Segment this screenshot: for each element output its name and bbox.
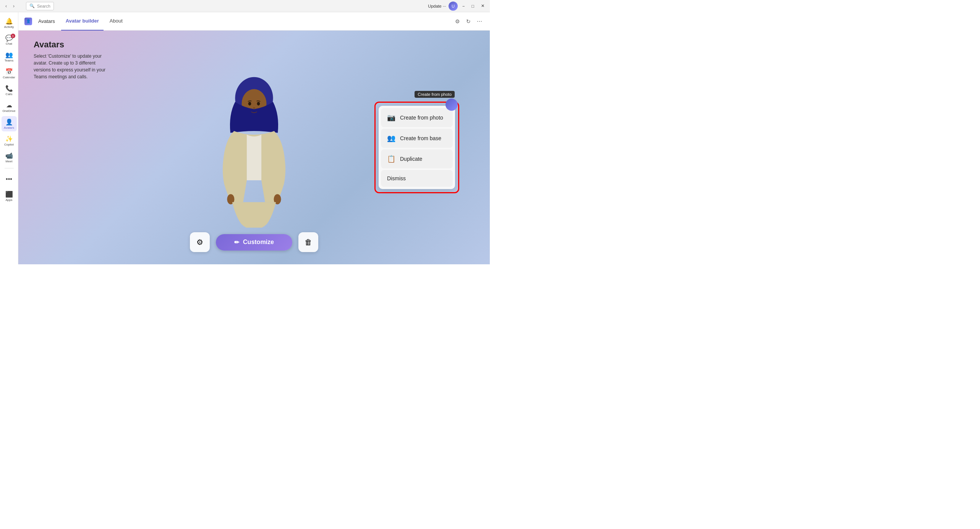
camera-icon: 📷 [387,113,395,122]
page-subtitle: Select 'Customize' to update your avatar… [34,53,110,80]
refresh-icon-btn[interactable]: ↻ [465,17,472,26]
close-button[interactable]: ✕ [479,3,487,9]
base-avatar-icon: 👥 [387,134,395,142]
context-menu-wrapper: Create from photo 📷 Create from photo 👥 … [374,102,459,193]
create-from-base-label: Create from base [400,135,441,141]
sidebar-label-onedrive: OneDrive [3,109,16,113]
chat-badge: 3 [11,34,15,38]
sidebar-item-apps[interactable]: ⬛ Apps [2,188,17,204]
sidebar-item-teams[interactable]: 👥 Teams [2,49,17,64]
page-title: Avatars [34,40,110,50]
menu-item-create-from-photo[interactable]: 📷 Create from photo [381,108,453,127]
minimize-button[interactable]: − [460,3,467,9]
svg-point-6 [257,102,260,106]
sidebar-label-apps: Apps [5,198,12,202]
search-placeholder: Search [37,4,50,8]
duplicate-icon: 📋 [387,155,395,163]
menu-item-create-from-base[interactable]: 👥 Create from base [381,129,453,148]
teams-icon: 👥 [5,51,13,58]
nav-forward-button[interactable]: › [11,3,17,10]
red-border-box: Create from photo 📷 Create from photo 👥 … [374,102,459,193]
sidebar-label-calendar: Calendar [3,76,15,79]
duplicate-label: Duplicate [400,156,422,162]
title-bar-left: ‹ › 🔍 Search [3,2,60,10]
dismiss-label: Dismiss [387,175,406,181]
bottom-toolbar: ⚙ ✏ Customize 🗑 [190,232,318,252]
sidebar-item-meet[interactable]: 📹 Meet [2,150,17,165]
sidebar-label-activity: Activity [4,25,14,29]
delete-button[interactable]: 🗑 [298,232,318,252]
tab-avatar-builder[interactable]: Avatar builder [61,12,104,31]
context-menu: 📷 Create from photo 👥 Create from base 📋… [379,106,455,189]
app-icon-label: 👤 [26,19,31,23]
sidebar-item-chat[interactable]: 💬 Chat 3 [2,32,17,47]
top-nav-right: ⚙ ↻ ⋯ [454,17,484,26]
create-from-photo-label: Create from photo [400,115,443,121]
sidebar-item-calls[interactable]: 📞 Calls [2,83,17,98]
onedrive-icon: ☁ [6,102,12,109]
more-icon: ••• [6,176,12,183]
maximize-button[interactable]: □ [469,3,476,9]
settings-icon: ⚙ [196,238,203,247]
tooltip-label: Create from photo [415,91,455,98]
title-bar: ‹ › 🔍 Search Update ··· U − □ ✕ [0,0,490,12]
main-area: Avatars Select 'Customize' to update you… [18,31,490,264]
sidebar: 🔔 Activity 💬 Chat 3 👥 Teams 📅 Calendar 📞… [0,12,18,264]
sidebar-item-more[interactable]: ••• [2,171,17,187]
customize-label: Customize [243,239,274,246]
avatar-svg [212,67,296,228]
avatar-figure [212,71,296,224]
user-avatar[interactable]: U [449,2,458,11]
sidebar-item-calendar[interactable]: 📅 Calendar [2,66,17,81]
top-nav-tabs: Avatar builder About [61,12,127,31]
apps-icon: ⬛ [5,191,13,198]
svg-point-5 [248,102,251,106]
sidebar-label-teams: Teams [5,59,14,62]
app-layout: 🔔 Activity 💬 Chat 3 👥 Teams 📅 Calendar 📞… [0,12,490,264]
sidebar-item-copilot[interactable]: ✨ Copilot [2,133,17,148]
search-bar: 🔍 Search [26,2,54,10]
search-icon: 🔍 [29,3,35,8]
avatar-create-trigger[interactable] [445,99,458,111]
customize-button[interactable]: ✏ Customize [216,234,292,251]
calendar-icon: 📅 [5,68,13,75]
sidebar-divider [5,168,14,168]
breadcrumb: Avatars [38,18,55,24]
sidebar-label-avatars: Avatars [4,126,14,129]
settings-icon-btn[interactable]: ⚙ [454,17,462,26]
sidebar-label-copilot: Copilot [4,143,14,146]
delete-icon: 🗑 [305,238,312,247]
sidebar-label-calls: Calls [6,92,13,96]
tab-about[interactable]: About [105,12,127,31]
page-header: Avatars Select 'Customize' to update you… [34,40,110,80]
menu-item-dismiss[interactable]: Dismiss [381,170,453,187]
more-icon-btn[interactable]: ⋯ [475,17,484,26]
meet-icon: 📹 [5,152,13,159]
avatars-icon: 👤 [5,118,13,126]
settings-button[interactable]: ⚙ [190,232,210,252]
title-bar-right: Update ··· U − □ ✕ [428,2,487,11]
app-icon: 👤 [24,18,32,25]
sidebar-item-avatars[interactable]: 👤 Avatars [2,116,17,131]
customize-icon: ✏ [234,239,239,246]
top-nav: 👤 Avatars Avatar builder About ⚙ ↻ ⋯ [18,12,490,31]
sidebar-item-activity[interactable]: 🔔 Activity [2,15,17,31]
activity-icon: 🔔 [5,18,13,25]
content-area: 👤 Avatars Avatar builder About ⚙ ↻ ⋯ Ava [18,12,490,264]
calls-icon: 📞 [5,85,13,92]
title-bar-nav: ‹ › [3,3,17,10]
update-label: Update ··· [428,4,446,8]
nav-back-button[interactable]: ‹ [3,3,9,10]
sidebar-item-onedrive[interactable]: ☁ OneDrive [2,99,17,115]
menu-item-duplicate[interactable]: 📋 Duplicate [381,149,453,168]
copilot-icon: ✨ [5,135,13,142]
sidebar-label-chat: Chat [6,42,12,45]
sidebar-label-meet: Meet [6,160,13,163]
